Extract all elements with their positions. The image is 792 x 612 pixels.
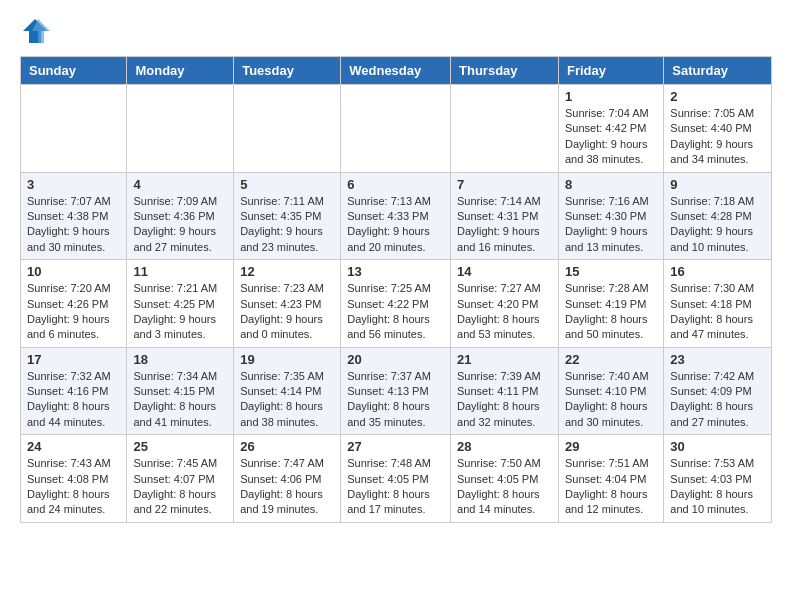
day-cell: 2Sunrise: 7:05 AM Sunset: 4:40 PM Daylig… (664, 85, 772, 173)
day-cell: 20Sunrise: 7:37 AM Sunset: 4:13 PM Dayli… (341, 347, 451, 435)
day-number: 13 (347, 264, 444, 279)
day-info: Sunrise: 7:51 AM Sunset: 4:04 PM Dayligh… (565, 456, 657, 518)
day-cell (234, 85, 341, 173)
col-header-tuesday: Tuesday (234, 57, 341, 85)
day-number: 21 (457, 352, 552, 367)
day-cell: 23Sunrise: 7:42 AM Sunset: 4:09 PM Dayli… (664, 347, 772, 435)
day-number: 2 (670, 89, 765, 104)
day-number: 26 (240, 439, 334, 454)
day-number: 25 (133, 439, 227, 454)
day-number: 20 (347, 352, 444, 367)
day-cell: 11Sunrise: 7:21 AM Sunset: 4:25 PM Dayli… (127, 260, 234, 348)
logo (20, 16, 54, 46)
day-number: 4 (133, 177, 227, 192)
day-number: 3 (27, 177, 120, 192)
day-number: 16 (670, 264, 765, 279)
day-number: 12 (240, 264, 334, 279)
day-number: 28 (457, 439, 552, 454)
day-cell: 25Sunrise: 7:45 AM Sunset: 4:07 PM Dayli… (127, 435, 234, 523)
day-cell: 17Sunrise: 7:32 AM Sunset: 4:16 PM Dayli… (21, 347, 127, 435)
day-cell: 1Sunrise: 7:04 AM Sunset: 4:42 PM Daylig… (558, 85, 663, 173)
day-cell: 28Sunrise: 7:50 AM Sunset: 4:05 PM Dayli… (451, 435, 559, 523)
day-info: Sunrise: 7:21 AM Sunset: 4:25 PM Dayligh… (133, 281, 227, 343)
day-cell: 16Sunrise: 7:30 AM Sunset: 4:18 PM Dayli… (664, 260, 772, 348)
day-info: Sunrise: 7:27 AM Sunset: 4:20 PM Dayligh… (457, 281, 552, 343)
col-header-monday: Monday (127, 57, 234, 85)
day-number: 9 (670, 177, 765, 192)
week-row-3: 10Sunrise: 7:20 AM Sunset: 4:26 PM Dayli… (21, 260, 772, 348)
day-number: 27 (347, 439, 444, 454)
day-info: Sunrise: 7:16 AM Sunset: 4:30 PM Dayligh… (565, 194, 657, 256)
col-header-thursday: Thursday (451, 57, 559, 85)
day-number: 7 (457, 177, 552, 192)
day-cell (21, 85, 127, 173)
day-cell: 15Sunrise: 7:28 AM Sunset: 4:19 PM Dayli… (558, 260, 663, 348)
day-cell: 6Sunrise: 7:13 AM Sunset: 4:33 PM Daylig… (341, 172, 451, 260)
day-number: 19 (240, 352, 334, 367)
day-info: Sunrise: 7:14 AM Sunset: 4:31 PM Dayligh… (457, 194, 552, 256)
page: SundayMondayTuesdayWednesdayThursdayFrid… (0, 0, 792, 539)
day-info: Sunrise: 7:11 AM Sunset: 4:35 PM Dayligh… (240, 194, 334, 256)
day-cell: 13Sunrise: 7:25 AM Sunset: 4:22 PM Dayli… (341, 260, 451, 348)
col-header-friday: Friday (558, 57, 663, 85)
day-number: 10 (27, 264, 120, 279)
day-info: Sunrise: 7:23 AM Sunset: 4:23 PM Dayligh… (240, 281, 334, 343)
day-info: Sunrise: 7:30 AM Sunset: 4:18 PM Dayligh… (670, 281, 765, 343)
day-number: 17 (27, 352, 120, 367)
day-number: 23 (670, 352, 765, 367)
day-number: 11 (133, 264, 227, 279)
day-info: Sunrise: 7:07 AM Sunset: 4:38 PM Dayligh… (27, 194, 120, 256)
col-header-wednesday: Wednesday (341, 57, 451, 85)
day-info: Sunrise: 7:39 AM Sunset: 4:11 PM Dayligh… (457, 369, 552, 431)
day-cell: 5Sunrise: 7:11 AM Sunset: 4:35 PM Daylig… (234, 172, 341, 260)
day-cell: 9Sunrise: 7:18 AM Sunset: 4:28 PM Daylig… (664, 172, 772, 260)
day-info: Sunrise: 7:53 AM Sunset: 4:03 PM Dayligh… (670, 456, 765, 518)
day-info: Sunrise: 7:20 AM Sunset: 4:26 PM Dayligh… (27, 281, 120, 343)
day-number: 1 (565, 89, 657, 104)
header (20, 16, 772, 46)
day-number: 15 (565, 264, 657, 279)
week-row-5: 24Sunrise: 7:43 AM Sunset: 4:08 PM Dayli… (21, 435, 772, 523)
day-number: 30 (670, 439, 765, 454)
week-row-1: 1Sunrise: 7:04 AM Sunset: 4:42 PM Daylig… (21, 85, 772, 173)
week-row-4: 17Sunrise: 7:32 AM Sunset: 4:16 PM Dayli… (21, 347, 772, 435)
day-cell: 14Sunrise: 7:27 AM Sunset: 4:20 PM Dayli… (451, 260, 559, 348)
day-number: 5 (240, 177, 334, 192)
day-cell: 24Sunrise: 7:43 AM Sunset: 4:08 PM Dayli… (21, 435, 127, 523)
day-cell: 8Sunrise: 7:16 AM Sunset: 4:30 PM Daylig… (558, 172, 663, 260)
week-row-2: 3Sunrise: 7:07 AM Sunset: 4:38 PM Daylig… (21, 172, 772, 260)
day-cell: 22Sunrise: 7:40 AM Sunset: 4:10 PM Dayli… (558, 347, 663, 435)
day-info: Sunrise: 7:25 AM Sunset: 4:22 PM Dayligh… (347, 281, 444, 343)
day-info: Sunrise: 7:34 AM Sunset: 4:15 PM Dayligh… (133, 369, 227, 431)
day-cell: 27Sunrise: 7:48 AM Sunset: 4:05 PM Dayli… (341, 435, 451, 523)
day-info: Sunrise: 7:45 AM Sunset: 4:07 PM Dayligh… (133, 456, 227, 518)
day-info: Sunrise: 7:47 AM Sunset: 4:06 PM Dayligh… (240, 456, 334, 518)
day-number: 18 (133, 352, 227, 367)
col-header-saturday: Saturday (664, 57, 772, 85)
day-info: Sunrise: 7:43 AM Sunset: 4:08 PM Dayligh… (27, 456, 120, 518)
day-info: Sunrise: 7:35 AM Sunset: 4:14 PM Dayligh… (240, 369, 334, 431)
day-info: Sunrise: 7:04 AM Sunset: 4:42 PM Dayligh… (565, 106, 657, 168)
day-cell: 4Sunrise: 7:09 AM Sunset: 4:36 PM Daylig… (127, 172, 234, 260)
day-info: Sunrise: 7:32 AM Sunset: 4:16 PM Dayligh… (27, 369, 120, 431)
col-header-sunday: Sunday (21, 57, 127, 85)
day-info: Sunrise: 7:09 AM Sunset: 4:36 PM Dayligh… (133, 194, 227, 256)
day-cell: 19Sunrise: 7:35 AM Sunset: 4:14 PM Dayli… (234, 347, 341, 435)
day-info: Sunrise: 7:28 AM Sunset: 4:19 PM Dayligh… (565, 281, 657, 343)
day-cell: 26Sunrise: 7:47 AM Sunset: 4:06 PM Dayli… (234, 435, 341, 523)
day-cell (127, 85, 234, 173)
day-info: Sunrise: 7:13 AM Sunset: 4:33 PM Dayligh… (347, 194, 444, 256)
day-info: Sunrise: 7:50 AM Sunset: 4:05 PM Dayligh… (457, 456, 552, 518)
day-cell: 3Sunrise: 7:07 AM Sunset: 4:38 PM Daylig… (21, 172, 127, 260)
day-cell: 7Sunrise: 7:14 AM Sunset: 4:31 PM Daylig… (451, 172, 559, 260)
day-cell: 10Sunrise: 7:20 AM Sunset: 4:26 PM Dayli… (21, 260, 127, 348)
day-number: 29 (565, 439, 657, 454)
logo-icon (20, 16, 50, 46)
day-number: 14 (457, 264, 552, 279)
day-info: Sunrise: 7:48 AM Sunset: 4:05 PM Dayligh… (347, 456, 444, 518)
day-cell: 12Sunrise: 7:23 AM Sunset: 4:23 PM Dayli… (234, 260, 341, 348)
day-cell: 21Sunrise: 7:39 AM Sunset: 4:11 PM Dayli… (451, 347, 559, 435)
day-info: Sunrise: 7:05 AM Sunset: 4:40 PM Dayligh… (670, 106, 765, 168)
header-row: SundayMondayTuesdayWednesdayThursdayFrid… (21, 57, 772, 85)
day-cell: 29Sunrise: 7:51 AM Sunset: 4:04 PM Dayli… (558, 435, 663, 523)
